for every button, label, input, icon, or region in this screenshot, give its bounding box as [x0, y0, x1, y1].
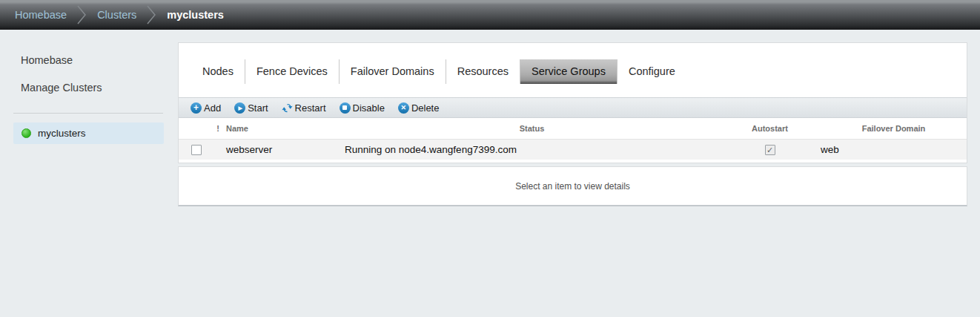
breadcrumb-separator-icon — [147, 5, 156, 24]
service-status-cell: Running on node4.wangfeng7399.com — [345, 144, 719, 155]
tab-bar: Nodes Fence Devices Failover Domains Res… — [191, 59, 967, 84]
breadcrumb: Homebase Clusters myclusters — [0, 0, 980, 30]
start-icon: ▶ — [234, 102, 245, 114]
restart-button[interactable]: Restart — [282, 102, 326, 114]
failover-domain-column-header: Failover Domain — [821, 124, 967, 133]
failover-domain-cell: web — [821, 144, 967, 155]
tab-service-groups[interactable]: Service Groups — [520, 59, 617, 84]
disable-button-label: Disable — [353, 102, 385, 114]
sidebar: Homebase Manage Clusters myclusters — [0, 30, 178, 144]
tab-resources[interactable]: Resources — [446, 59, 520, 84]
details-placeholder-text: Select an item to view details — [515, 181, 630, 192]
autostart-checkbox[interactable]: ✓ — [765, 145, 775, 155]
row-select-checkbox[interactable] — [191, 145, 202, 155]
disable-button[interactable]: Disable — [340, 102, 385, 114]
breadcrumb-link-clusters[interactable]: Clusters — [97, 9, 136, 21]
cluster-status-icon — [21, 128, 31, 138]
status-column-header: Status — [345, 124, 719, 133]
start-button-label: Start — [248, 102, 268, 114]
breadcrumb-current-page: myclusters — [167, 9, 224, 21]
restart-icon — [282, 102, 293, 114]
add-button-label: Add — [204, 102, 221, 114]
alert-column-header: ! — [210, 124, 226, 133]
cluster-name-label: myclusters — [38, 128, 86, 139]
service-toolbar: + Add ▶ Start Restart — [179, 97, 967, 118]
autostart-column-header: Autostart — [719, 124, 821, 133]
cluster-panel: Nodes Fence Devices Failover Domains Res… — [178, 42, 967, 163]
restart-button-label: Restart — [295, 102, 326, 114]
delete-icon: ✕ — [398, 102, 409, 114]
delete-button[interactable]: ✕ Delete — [398, 102, 440, 114]
tab-configure[interactable]: Configure — [617, 59, 686, 84]
sidebar-item-manage-clusters[interactable]: Manage Clusters — [21, 82, 178, 94]
sidebar-item-homebase[interactable]: Homebase — [21, 54, 178, 66]
tab-fence-devices[interactable]: Fence Devices — [245, 59, 339, 84]
breadcrumb-link-homebase[interactable]: Homebase — [15, 9, 67, 21]
details-panel: Select an item to view details — [178, 166, 967, 206]
tab-nodes[interactable]: Nodes — [191, 59, 245, 84]
start-button[interactable]: ▶ Start — [234, 102, 268, 114]
disable-icon — [340, 102, 351, 114]
name-column-header: Name — [226, 124, 345, 133]
add-icon: + — [191, 102, 202, 114]
service-name-cell[interactable]: webserver — [226, 144, 345, 155]
main-content: Nodes Fence Devices Failover Domains Res… — [178, 42, 967, 206]
add-button[interactable]: + Add — [191, 102, 221, 114]
service-table-header: ! Name Status Autostart Failover Domain — [179, 118, 967, 139]
table-row-webserver[interactable]: webserver Running on node4.wangfeng7399.… — [179, 139, 967, 160]
sidebar-divider — [13, 113, 163, 114]
sidebar-item-mycluster[interactable]: myclusters — [13, 122, 164, 144]
tab-failover-domains[interactable]: Failover Domains — [339, 59, 446, 84]
breadcrumb-separator-icon — [77, 5, 87, 24]
delete-button-label: Delete — [411, 102, 440, 114]
